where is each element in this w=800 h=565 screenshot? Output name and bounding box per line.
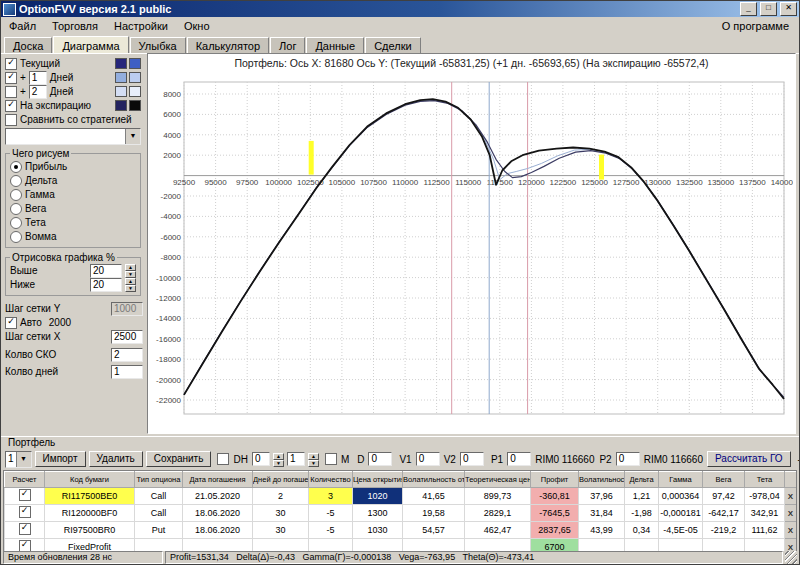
strategy-select[interactable]: ▼	[5, 128, 141, 145]
portfolio-set-select[interactable]: 1 ▼	[5, 451, 32, 468]
v2-input[interactable]: 0	[460, 452, 484, 466]
expiration-color-swatch-1[interactable]	[115, 100, 127, 111]
tab-diagram[interactable]: Диаграмма	[53, 36, 128, 53]
cell-vega[interactable]	[703, 539, 745, 553]
cell-date[interactable]: 18.06.2020	[183, 505, 253, 522]
cell-vega[interactable]: -219,2	[703, 522, 745, 539]
expiration-curve-checkbox[interactable]	[5, 100, 17, 112]
current-color-swatch-1[interactable]	[115, 58, 127, 69]
cell-qty[interactable]: -5	[309, 522, 353, 539]
cell-type[interactable]: Call	[135, 505, 183, 522]
cell-date[interactable]: 18.06.2020	[183, 522, 253, 539]
cell-theor-price[interactable]: 899,73	[465, 488, 531, 505]
p2-input[interactable]: 0	[616, 452, 640, 466]
cell-code[interactable]: RI120000BF0	[45, 505, 135, 522]
plus2-days-input[interactable]: 2	[29, 85, 47, 99]
cell-profit[interactable]: -360,81	[531, 488, 579, 505]
delete-row-button[interactable]: X	[785, 522, 797, 539]
tab-smile[interactable]: Улыбка	[130, 37, 186, 53]
plus1-curve-checkbox[interactable]	[5, 72, 17, 84]
plus2-curve-checkbox[interactable]	[5, 86, 17, 98]
dh-spin2-input[interactable]: 1	[287, 452, 305, 466]
dropdown-arrow-icon[interactable]: ▼	[16, 452, 31, 467]
cell-open-price[interactable]: 1030	[353, 522, 403, 539]
cell-theta[interactable]: 111,62	[745, 522, 785, 539]
delete-row-button[interactable]: X	[785, 488, 797, 505]
cell-code[interactable]: RI117500BE0	[45, 488, 135, 505]
cell-open-price[interactable]: 1300	[353, 505, 403, 522]
cell-delta[interactable]	[625, 539, 659, 553]
spin-up-icon[interactable]: ▲	[125, 278, 136, 285]
plus1-color-swatch-1[interactable]	[115, 72, 127, 83]
spin-up-icon[interactable]: ▲	[273, 453, 284, 460]
cell-profit[interactable]: 2837,65	[531, 522, 579, 539]
cell-type[interactable]: Call	[135, 488, 183, 505]
cell-theta[interactable]: 342,91	[745, 505, 785, 522]
cell-delta[interactable]: 1,21	[625, 488, 659, 505]
cell-days[interactable]: 30	[253, 522, 309, 539]
m-checkbox[interactable]	[325, 453, 337, 465]
dh-spin1-input[interactable]: 0	[252, 452, 270, 466]
dh-checkbox[interactable]	[217, 453, 229, 465]
spin-up-icon[interactable]: ▲	[125, 264, 136, 271]
delete-button[interactable]: Удалить	[89, 451, 143, 467]
cell-days[interactable]: 30	[253, 505, 309, 522]
cell-date[interactable]: 21.05.2020	[183, 488, 253, 505]
menu-settings[interactable]: Настройки	[106, 19, 176, 33]
cell-open-vol[interactable]: 19,58	[403, 505, 465, 522]
p1-input[interactable]: 0	[507, 452, 531, 466]
cell-theor-price[interactable]: 462,47	[465, 522, 531, 539]
radio-delta[interactable]	[10, 175, 22, 187]
cell-qty[interactable]: 3	[309, 488, 353, 505]
spin-down-icon[interactable]: ▼	[125, 271, 136, 278]
cell-vega[interactable]: -642,17	[703, 505, 745, 522]
auto-grid-checkbox[interactable]	[5, 317, 17, 329]
tab-board[interactable]: Доска	[4, 37, 52, 53]
row-calc-checkbox[interactable]	[19, 523, 31, 535]
tab-log[interactable]: Лог	[270, 37, 305, 53]
row-calc-checkbox[interactable]	[19, 506, 31, 518]
cell-open-vol[interactable]: 54,57	[403, 522, 465, 539]
grid-step-y-input[interactable]: 1000	[111, 302, 143, 316]
menu-window[interactable]: Окно	[176, 19, 218, 33]
d-input[interactable]: 0	[368, 452, 392, 466]
titlebar[interactable]: OptionFVV версия 2.1 public _ □ ✕	[1, 1, 799, 17]
plus1-days-input[interactable]: 1	[29, 71, 47, 85]
row-calc-checkbox[interactable]	[19, 489, 31, 501]
radio-gamma[interactable]	[10, 189, 22, 201]
pnl-chart[interactable]: -22000-20000-18000-16000-14000-12000-100…	[148, 70, 793, 430]
radio-profit[interactable]	[10, 161, 22, 173]
tab-deals[interactable]: Сделки	[365, 37, 421, 53]
plus1-color-swatch-2[interactable]	[129, 72, 141, 83]
menu-trading[interactable]: Торговля	[44, 19, 106, 33]
cell-delta[interactable]: 0,34	[625, 522, 659, 539]
tab-data[interactable]: Данные	[306, 37, 364, 53]
cell-days[interactable]	[253, 539, 309, 553]
minimize-button[interactable]: _	[740, 2, 757, 16]
sko-count-input[interactable]: 2	[111, 348, 143, 362]
dropdown-arrow-icon[interactable]: ▼	[125, 129, 140, 144]
cell-vol[interactable]: 43,99	[579, 522, 625, 539]
cell-open-price[interactable]	[353, 539, 403, 553]
save-button[interactable]: Сохранить	[146, 451, 212, 467]
cell-open-vol[interactable]: 41,65	[403, 488, 465, 505]
grid-step-x-input[interactable]: 2500	[111, 330, 143, 344]
cell-profit[interactable]: 6700	[531, 539, 579, 553]
cell-code[interactable]: FixedProfit	[45, 539, 135, 553]
cell-vol[interactable]	[579, 539, 625, 553]
cell-qty[interactable]	[309, 539, 353, 553]
days-count-input[interactable]: 1	[111, 365, 143, 379]
cell-vol[interactable]: 37,96	[579, 488, 625, 505]
cell-date[interactable]	[183, 539, 253, 553]
cell-theor-price[interactable]: 2829,1	[465, 505, 531, 522]
resize-grip[interactable]	[785, 551, 797, 564]
expiration-color-swatch-2[interactable]	[129, 100, 141, 111]
cell-theor-price[interactable]	[465, 539, 531, 553]
compare-strategy-checkbox[interactable]	[5, 114, 17, 126]
cell-gamma[interactable]	[659, 539, 703, 553]
tab-calculator[interactable]: Калькулятор	[187, 37, 269, 53]
cell-type[interactable]: Put	[135, 522, 183, 539]
cell-vega[interactable]: 97,42	[703, 488, 745, 505]
menu-file[interactable]: Файл	[1, 19, 44, 33]
calc-go-button[interactable]: Рассчитать ГО	[707, 451, 791, 467]
